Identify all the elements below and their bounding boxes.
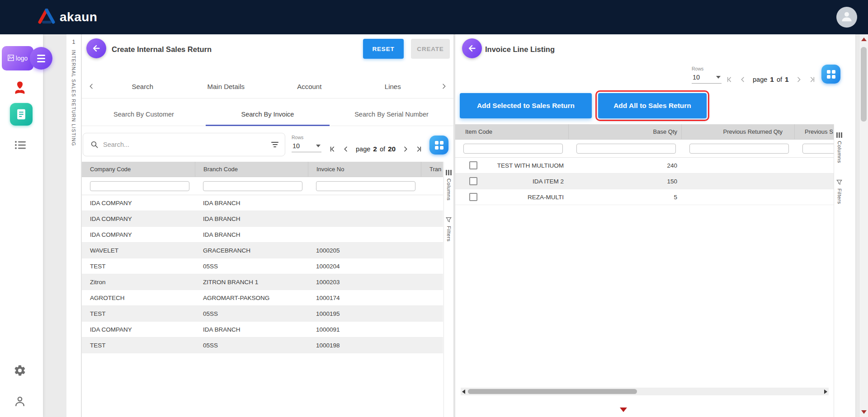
row-checkbox[interactable] xyxy=(469,177,477,185)
scroll-up-arrow-icon[interactable] xyxy=(861,37,867,41)
grid-icon xyxy=(435,141,443,150)
tab-main-details[interactable]: Main Details xyxy=(184,83,268,90)
company-code-cell: IDA COMPANY xyxy=(82,322,195,337)
col-branch-code: Branch Code xyxy=(195,162,308,177)
col-tran: Tran xyxy=(421,162,443,177)
rows-per-page-select[interactable]: 10 xyxy=(692,73,722,84)
next-page-button[interactable] xyxy=(402,145,409,153)
reset-button[interactable]: RESET xyxy=(363,39,404,59)
invoice-no-cell xyxy=(308,227,421,242)
company-code-filter-input[interactable] xyxy=(90,181,189,191)
pagination: page 1 of 1 xyxy=(726,73,816,86)
table-row[interactable]: REZA-MULTI 5 xyxy=(455,189,834,205)
invoice-no-cell: 1000203 xyxy=(308,274,421,290)
table-row[interactable]: IDA COMPANY IDA BRANCH 1000091 xyxy=(82,322,443,337)
previous-s-filter-input[interactable] xyxy=(802,144,834,154)
pdf-app-icon[interactable] xyxy=(13,80,27,98)
scroll-down-arrow-icon[interactable] xyxy=(861,410,867,414)
table-row[interactable]: IDA COMPANY IDA BRANCH xyxy=(82,227,443,243)
minimized-panel-tab[interactable]: 1 INTERNAL SALES RETURN LISTING xyxy=(66,34,81,417)
table-row[interactable]: IDA ITEM 2 150 xyxy=(455,173,834,189)
user-avatar[interactable] xyxy=(836,7,857,28)
add-all-to-sales-return-button[interactable]: Add All to Sales Return xyxy=(598,93,707,118)
table-row[interactable]: TEST 05SS 1000195 xyxy=(82,306,443,322)
prev-page-button[interactable] xyxy=(739,76,746,83)
back-button[interactable] xyxy=(462,38,482,58)
settings-gear-icon[interactable] xyxy=(14,364,26,379)
sidebar-toggle-button[interactable] xyxy=(30,47,52,70)
next-page-button[interactable] xyxy=(795,76,802,83)
table-row[interactable]: TEST 05SS 1000198 xyxy=(82,337,443,353)
invoice-no-filter-input[interactable] xyxy=(316,181,415,191)
company-code-cell: IDA COMPANY xyxy=(82,195,195,211)
layout-grid-button[interactable] xyxy=(821,65,840,84)
create-internal-sales-return-panel: Create Internal Sales Return RESET CREAT… xyxy=(82,34,453,417)
base-qty-filter-input[interactable] xyxy=(576,144,676,154)
branch-code-cell: 05SS xyxy=(195,306,308,321)
create-button[interactable]: CREATE xyxy=(411,39,450,59)
company-code-cell: AGROTECH xyxy=(82,290,195,305)
rows-per-page-select[interactable]: 10 xyxy=(292,141,321,152)
company-code-cell: WAVELET xyxy=(82,243,195,258)
table-body: IDA COMPANY IDA BRANCH IDA COMPANY IDA B… xyxy=(82,195,443,353)
akaun-logo-icon xyxy=(38,9,55,26)
row-checkbox[interactable] xyxy=(469,193,477,201)
add-selected-to-sales-return-button[interactable]: Add Selected to Sales Return xyxy=(460,93,592,118)
list-icon[interactable] xyxy=(14,140,26,152)
tab-search[interactable]: Search xyxy=(101,83,184,90)
prev-page-button[interactable] xyxy=(342,145,349,153)
columns-tool[interactable]: Columns xyxy=(446,170,452,201)
scroll-left-arrow-icon[interactable] xyxy=(462,389,465,394)
layout-grid-button[interactable] xyxy=(429,136,448,155)
row-checkbox[interactable] xyxy=(469,161,477,169)
subtab-search-by-serial-number[interactable]: Search By Serial Number xyxy=(330,103,453,126)
branch-code-filter-input[interactable] xyxy=(203,181,302,191)
search-input[interactable] xyxy=(103,141,271,148)
filters-tool[interactable]: Filters xyxy=(836,179,842,204)
first-page-button[interactable] xyxy=(329,145,336,153)
branch-code-cell: IDA BRANCH xyxy=(195,195,308,211)
tab-lines[interactable]: Lines xyxy=(351,83,435,90)
col-previous-returned-qty: Previous Returned Qty xyxy=(681,124,794,139)
back-button[interactable] xyxy=(86,38,106,58)
subtab-search-by-customer[interactable]: Search By Customer xyxy=(82,103,206,126)
company-code-cell: IDA COMPANY xyxy=(82,227,195,242)
columns-tool[interactable]: Columns xyxy=(836,132,842,163)
rows-value: 10 xyxy=(693,74,700,81)
search-icon xyxy=(90,141,99,149)
rows-label: Rows xyxy=(692,66,722,71)
table-row[interactable]: TEST WITH MULTIUOM 240 xyxy=(455,158,834,173)
table-row[interactable]: IDA COMPANY IDA BRANCH xyxy=(82,195,443,211)
subtab-search-by-invoice[interactable]: Search By Invoice xyxy=(206,103,330,126)
branch-code-cell: 05SS xyxy=(195,258,308,274)
tabs-scroll-right-icon[interactable] xyxy=(434,83,453,90)
horizontal-scrollbar[interactable] xyxy=(461,388,829,395)
scroll-right-arrow-icon[interactable] xyxy=(824,389,827,394)
account-person-icon[interactable] xyxy=(14,395,26,409)
page-vertical-scrollbar[interactable] xyxy=(859,34,868,417)
table-row[interactable]: AGROTECH AGROMART-PAKSONG 1000174 xyxy=(82,290,443,306)
columns-tool-label: Columns xyxy=(837,141,842,163)
first-page-button[interactable] xyxy=(726,76,733,83)
table-row[interactable]: TEST 05SS 1000204 xyxy=(82,258,443,274)
filters-tool[interactable]: Filters xyxy=(446,217,452,242)
filter-list-icon[interactable] xyxy=(271,142,278,147)
rows-per-page: Rows 10 xyxy=(292,135,321,152)
item-code-filter-input[interactable] xyxy=(463,144,563,154)
table-row[interactable]: WAVELET GRACEBRANCH 1000205 xyxy=(82,243,443,258)
table-row[interactable]: IDA COMPANY IDA BRANCH xyxy=(82,211,443,227)
document-app-icon[interactable] xyxy=(10,103,33,126)
tab-account[interactable]: Account xyxy=(268,83,351,90)
tabs-scroll-left-icon[interactable] xyxy=(82,83,101,90)
branch-code-cell: IDA BRANCH xyxy=(195,322,308,337)
horizontal-scrollbar-thumb[interactable] xyxy=(468,389,637,394)
branch-code-cell: 05SS xyxy=(195,337,308,353)
previous-returned-qty-filter-input[interactable] xyxy=(689,144,789,154)
invoice-no-cell xyxy=(308,195,421,211)
page-indicator: page 2 of 20 xyxy=(356,145,396,153)
last-page-button[interactable] xyxy=(809,76,816,83)
table-row[interactable]: Zitron ZITRON BRANCH 1 1000203 xyxy=(82,274,443,290)
vertical-scrollbar-thumb[interactable] xyxy=(861,47,867,122)
last-page-button[interactable] xyxy=(415,145,423,153)
item-code-cell: IDA ITEM 2 xyxy=(477,173,568,189)
